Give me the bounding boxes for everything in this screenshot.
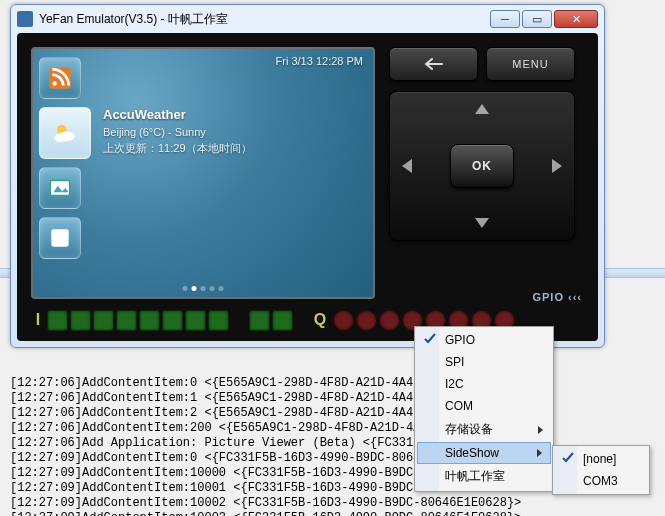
input-7[interactable] [208,310,229,331]
ok-button[interactable]: OK [450,144,514,188]
svg-rect-8 [51,229,68,246]
menu-item-存储设备[interactable]: 存储设备 [417,417,551,442]
weather-title: AccuWeather [103,107,363,122]
maximize-button[interactable]: ▭ [522,10,552,28]
device-clock: Fri 3/13 12:28 PM [276,55,363,67]
device-keypad: MENU OK [389,47,575,299]
menu-item-gpio[interactable]: GPIO [417,329,551,351]
input-2[interactable] [93,310,114,331]
input-1[interactable] [70,310,91,331]
menu-item-com[interactable]: COM [417,395,551,417]
client-area: Fri 3/13 12:28 PM AccuW [17,33,598,341]
menu-item-i2c[interactable]: I2C [417,373,551,395]
menu-item-sideshow[interactable]: SideShow [417,442,551,464]
input-5[interactable] [162,310,183,331]
input-8[interactable] [249,310,270,331]
titlebar[interactable]: YeFan Emulator(V3.5) - 叶帆工作室 ─ ▭ ✕ [11,5,604,33]
sideshow-submenu[interactable]: [none]COM3 [552,445,650,495]
input-6[interactable] [185,310,206,331]
dpad-down[interactable] [475,218,489,228]
dpad: OK [389,91,575,241]
check-icon [423,332,437,346]
gadget-feed-icon[interactable] [39,57,81,99]
weather-location: Beijing (6°C) - Sunny [103,126,363,138]
gadget-rail [39,57,91,259]
output-0[interactable] [333,310,354,331]
output-1[interactable] [356,310,377,331]
input-4[interactable] [139,310,160,331]
output-label: Q [313,311,327,329]
input-0[interactable] [47,310,68,331]
check-icon [561,451,575,465]
submenu-item-com3[interactable]: COM3 [555,470,655,492]
dpad-up[interactable] [475,104,489,114]
input-3[interactable] [116,310,137,331]
submenu-arrow-icon [537,449,542,457]
close-button[interactable]: ✕ [554,10,598,28]
input-label: I [31,311,45,329]
svg-rect-5 [50,180,70,195]
dpad-left[interactable] [402,159,412,173]
output-2[interactable] [379,310,400,331]
context-menu[interactable]: GPIOSPII2CCOM存储设备SideShow叶帆工作室 [414,326,554,492]
gpio-toggle[interactable]: GPIO ‹‹‹ [532,291,582,303]
gadget-photo-icon[interactable] [39,167,81,209]
dpad-right[interactable] [552,159,562,173]
submenu-item-none[interactable]: [none] [555,448,655,470]
page-dots [183,286,224,291]
submenu-arrow-icon [538,426,543,434]
emulator-window: YeFan Emulator(V3.5) - 叶帆工作室 ─ ▭ ✕ Fri 3… [10,4,605,348]
svg-point-4 [54,134,65,142]
device-screen[interactable]: Fri 3/13 12:28 PM AccuW [31,47,375,299]
menu-item-叶帆工作室[interactable]: 叶帆工作室 [417,464,551,489]
weather-panel: AccuWeather Beijing (6°C) - Sunny 上次更新：1… [103,107,363,159]
minimize-button[interactable]: ─ [490,10,520,28]
window-title: YeFan Emulator(V3.5) - 叶帆工作室 [39,11,490,28]
menu-item-spi[interactable]: SPI [417,351,551,373]
svg-point-1 [52,81,56,85]
weather-updated: 上次更新：11:29（本地时间） [103,141,363,156]
gadget-blank-icon[interactable] [39,217,81,259]
back-button[interactable] [389,47,478,81]
input-9[interactable] [272,310,293,331]
app-icon [17,11,33,27]
menu-button[interactable]: MENU [486,47,575,81]
gadget-weather-icon[interactable] [39,107,91,159]
